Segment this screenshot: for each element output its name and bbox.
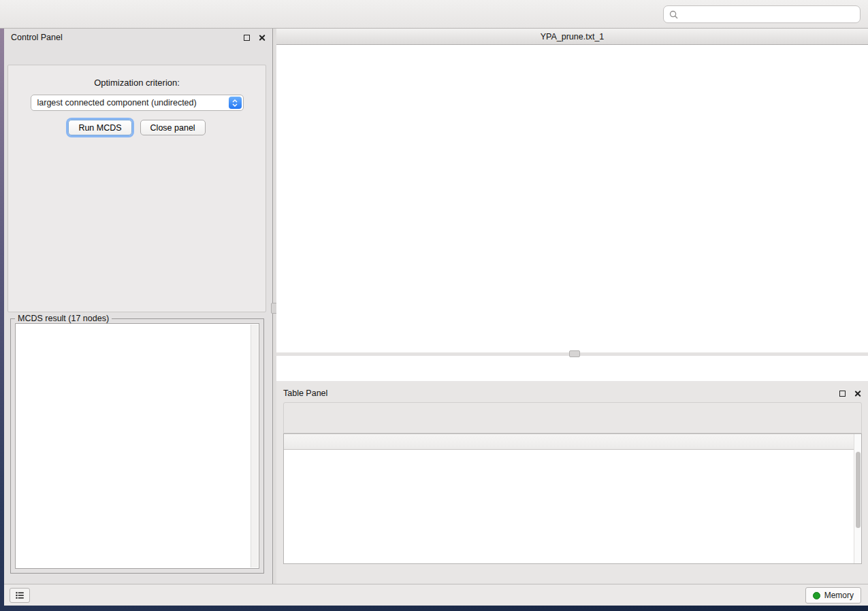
float-panel-icon[interactable] [244,35,250,41]
horizontal-splitter[interactable] [276,352,868,356]
optimization-criterion-label: Optimization criterion: [8,78,266,88]
table-panel: Table Panel [276,384,868,584]
search-icon [669,10,678,19]
table-scrollbar-thumb[interactable] [856,452,861,528]
table-float-icon[interactable] [839,391,846,397]
table-scrollbar[interactable] [854,434,861,563]
window-minimize-icon[interactable] [297,33,305,41]
search-input[interactable] [682,10,854,19]
network-title: YPA_prune.txt_1 [541,32,605,42]
close-panel-button[interactable]: Close panel [140,120,206,135]
memory-status-icon [813,592,820,599]
control-panel: Control Panel Optimization criterion: la… [4,29,273,584]
criterion-select-value: largest connected component (undirected) [37,98,197,108]
control-panel-titlebar: Control Panel [4,29,272,46]
table-panel-titlebar: Table Panel [276,384,868,402]
mcds-result-list [15,323,259,569]
desktop: Control Panel Optimization criterion: la… [0,0,868,611]
mcds-list-scrollbar[interactable] [251,325,258,567]
control-panel-title: Control Panel [11,33,63,42]
mcds-tab-content: Optimization criterion: largest connecte… [7,65,266,312]
network-pane: YPA_prune.txt_1 Table Panel [276,29,868,584]
window-close-icon[interactable] [283,33,291,41]
search-box[interactable] [663,5,861,23]
table-panel-title: Table Panel [283,389,327,398]
task-history-button[interactable] [10,588,30,603]
window-zoom-icon[interactable] [310,33,319,41]
horizontal-splitter-handle[interactable] [569,350,580,357]
window-controls [283,33,319,41]
table-tabs [276,563,868,581]
task-list-icon [14,590,25,601]
select-stepper-icon [229,97,242,109]
table-header-row [284,434,861,450]
network-view[interactable] [276,45,868,381]
main-toolbar [0,0,868,29]
table-toolbar [283,402,862,433]
criterion-select[interactable]: largest connected component (undirected) [31,95,244,111]
run-mcds-button[interactable]: Run MCDS [68,120,131,135]
mcds-result-title: MCDS result (17 nodes) [15,314,112,323]
memory-button[interactable]: Memory [805,587,861,604]
network-graph[interactable] [276,45,868,381]
close-panel-icon[interactable] [258,34,266,42]
network-window-titlebar: YPA_prune.txt_1 [276,29,868,45]
memory-label: Memory [824,591,854,600]
status-bar: Memory [4,584,868,606]
table-close-icon[interactable] [854,390,861,397]
mcds-result-groupbox: MCDS result (17 nodes) [10,318,264,574]
node-table [283,433,862,564]
